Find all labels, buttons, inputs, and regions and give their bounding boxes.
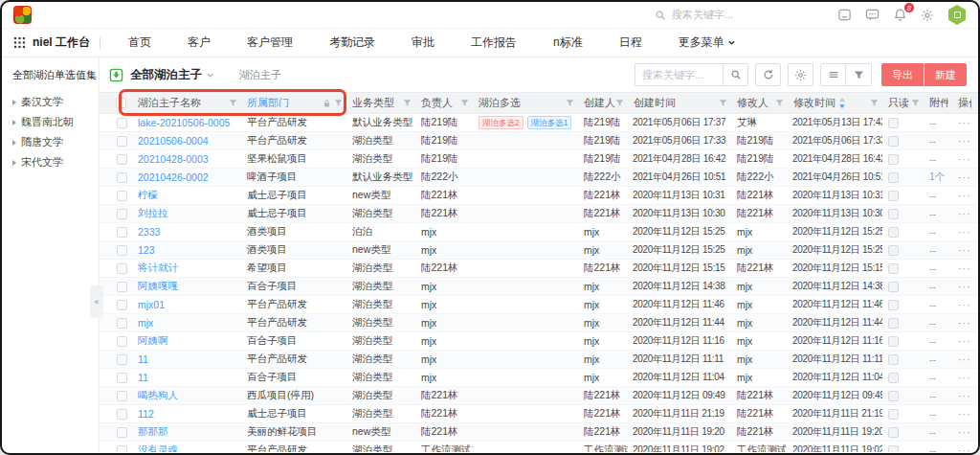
record-link[interactable]: 11 <box>132 372 241 383</box>
filter-funnel-icon[interactable] <box>719 99 727 107</box>
row-checkbox[interactable] <box>117 282 127 292</box>
search-button[interactable] <box>723 63 748 86</box>
record-link[interactable]: 刘拉拉 <box>132 207 241 220</box>
row-checkbox[interactable] <box>117 409 127 420</box>
table-row[interactable]: 喝热狗人西瓜项目(停用)湖泊类型陆221林陆221林2020年11月12日 09… <box>100 387 978 405</box>
row-checkbox[interactable] <box>117 445 127 453</box>
row-actions-button[interactable]: ··· <box>952 244 975 256</box>
row-actions-button[interactable]: ··· <box>952 135 975 147</box>
column-header-dept[interactable]: 所属部门 <box>241 96 346 110</box>
row-checkbox[interactable] <box>117 427 127 438</box>
record-link[interactable]: 阿姨啊 <box>132 334 241 348</box>
record-link[interactable]: mjx <box>132 317 241 329</box>
filter-funnel-icon[interactable] <box>911 99 920 107</box>
sort-desc-icon[interactable] <box>838 98 846 108</box>
refresh-button[interactable] <box>755 63 781 86</box>
record-link[interactable]: 喝热狗人 <box>132 389 241 402</box>
filter-funnel-icon[interactable] <box>403 99 412 107</box>
column-header-multi[interactable]: 湖泊多选 <box>473 96 578 110</box>
row-actions-button[interactable]: ··· <box>952 444 975 452</box>
record-link[interactable]: 阿姨嘎嘎 <box>132 280 241 293</box>
table-row[interactable]: 将计就计希望项目湖泊类型陆221林陆221林2020年11月12日 15:15陆… <box>100 260 978 278</box>
chevron-down-icon[interactable] <box>206 71 214 80</box>
table-row[interactable]: 20210426-0002啤酒子项目默认业务类型陆222小陆222小2021年0… <box>100 169 978 187</box>
column-header-modifier[interactable]: 修改人 <box>731 96 788 110</box>
record-link[interactable]: mjx01 <box>132 299 241 310</box>
sidebar-item[interactable]: 宋代文学 <box>12 152 99 172</box>
row-checkbox[interactable] <box>117 354 127 365</box>
filter-funnel-icon[interactable] <box>775 99 784 107</box>
record-link[interactable]: lake-20210506-0005 <box>132 117 241 128</box>
row-actions-button[interactable]: ··· <box>952 426 975 438</box>
row-checkbox[interactable] <box>117 136 127 147</box>
row-actions-button[interactable]: ··· <box>952 299 975 310</box>
row-checkbox[interactable] <box>117 391 127 401</box>
nav-item[interactable]: 客户 <box>169 34 229 51</box>
row-actions-button[interactable]: ··· <box>952 117 975 128</box>
view-subtitle-tab[interactable]: 湖泊主子 <box>239 68 281 82</box>
filter-funnel-icon[interactable] <box>566 99 574 107</box>
table-row[interactable]: 123酒类项目new类型mjxmjx2020年11月12日 15:25mjx20… <box>100 241 978 260</box>
row-actions-button[interactable]: ··· <box>952 317 975 329</box>
column-header-name[interactable]: 湖泊主子名称 <box>132 96 241 110</box>
sidebar-item[interactable]: 秦汉文学 <box>12 92 99 112</box>
column-header-readonly[interactable]: 只读 <box>882 96 924 110</box>
nav-item[interactable]: 日程 <box>601 34 660 51</box>
global-search[interactable]: 搜索关键字... <box>655 8 733 22</box>
table-row[interactable]: 那那那美丽的鲜花项目new类型陆221林陆221林2020年11月11日 19:… <box>100 423 978 442</box>
list-view-button[interactable] <box>820 63 846 86</box>
row-actions-button[interactable]: ··· <box>952 153 975 165</box>
row-checkbox[interactable] <box>117 336 127 347</box>
row-actions-button[interactable]: ··· <box>952 335 975 347</box>
record-link[interactable]: 20210506-0004 <box>132 135 241 147</box>
table-row[interactable]: 阿姨嘎嘎百合子项目湖泊类型mjxmjx2020年11月12日 14:38mjx2… <box>100 278 978 296</box>
record-link[interactable]: 20210428-0003 <box>132 153 241 165</box>
row-checkbox[interactable] <box>117 172 127 183</box>
record-link[interactable]: 20210426-0002 <box>132 171 241 183</box>
nav-item[interactable]: 审批 <box>393 34 453 51</box>
column-header-attach[interactable]: 附件 <box>924 96 952 110</box>
grid-icon[interactable] <box>13 36 26 49</box>
create-button[interactable]: 新建 <box>924 63 967 86</box>
filter-funnel-icon[interactable] <box>870 99 879 107</box>
row-actions-button[interactable]: ··· <box>952 281 975 292</box>
bell-icon[interactable]: 8 <box>893 8 907 22</box>
row-actions-button[interactable]: ··· <box>952 226 975 238</box>
nav-item[interactable]: n标准 <box>535 34 601 51</box>
chat-icon[interactable] <box>865 8 880 22</box>
workspace-title[interactable]: niel 工作台 <box>33 34 90 51</box>
app-logo[interactable] <box>13 6 32 24</box>
table-row[interactable]: lake-20210506-0005平台产品研发默认业务类型陆219陆湖泊多选2… <box>100 114 978 132</box>
column-header-modified[interactable]: 修改时间 <box>788 96 882 110</box>
filter-funnel-icon[interactable] <box>229 99 237 107</box>
table-row[interactable]: 20210506-0004平台产品研发湖泊类型陆219陆陆219陆2021年05… <box>100 132 978 150</box>
table-row[interactable]: 112威士忌子项目湖泊类型陆221林陆221林2020年11月11日 21:19… <box>100 405 978 423</box>
nav-item[interactable]: 首页 <box>110 34 169 51</box>
row-actions-button[interactable]: ··· <box>952 408 975 420</box>
row-checkbox[interactable] <box>117 263 127 274</box>
row-actions-button[interactable]: ··· <box>952 262 975 274</box>
row-checkbox[interactable] <box>117 209 127 219</box>
row-actions-button[interactable]: ··· <box>952 372 975 383</box>
column-header-created[interactable]: 创建时间 <box>628 96 731 110</box>
table-row[interactable]: mjx01平台产品研发湖泊类型mjxmjx2020年11月12日 11:46mj… <box>100 296 978 314</box>
nav-item[interactable]: 客户管理 <box>229 34 311 51</box>
avatar[interactable] <box>947 5 967 25</box>
nav-more-menu[interactable]: 更多菜单 <box>660 34 746 51</box>
filter-funnel-icon[interactable] <box>334 99 343 107</box>
record-link[interactable]: 那那那 <box>132 425 241 439</box>
row-checkbox[interactable] <box>117 300 127 310</box>
record-link[interactable]: 2333 <box>132 226 241 238</box>
table-row[interactable]: 阿姨啊百合子项目湖泊类型mjxmjx2020年11月12日 11:16mjx20… <box>100 332 978 351</box>
table-search-input[interactable] <box>635 63 723 86</box>
card-icon[interactable] <box>837 8 852 22</box>
table-row[interactable]: 刘拉拉威士忌子项目湖泊类型陆221林陆221林2020年11月13日 10:30… <box>100 205 978 223</box>
row-checkbox[interactable] <box>117 373 127 383</box>
record-link[interactable]: 没有灵魂 <box>132 444 241 452</box>
table-row[interactable]: 20210428-0003坚果松鼠项目湖泊类型陆219陆陆219陆2021年04… <box>100 150 978 169</box>
column-header-creator[interactable]: 创建人 <box>578 96 628 110</box>
row-actions-button[interactable]: ··· <box>952 171 975 183</box>
nav-item[interactable]: 工作报告 <box>453 34 535 51</box>
row-checkbox[interactable] <box>117 118 127 128</box>
column-header-type[interactable]: 业务类型 <box>346 96 415 110</box>
